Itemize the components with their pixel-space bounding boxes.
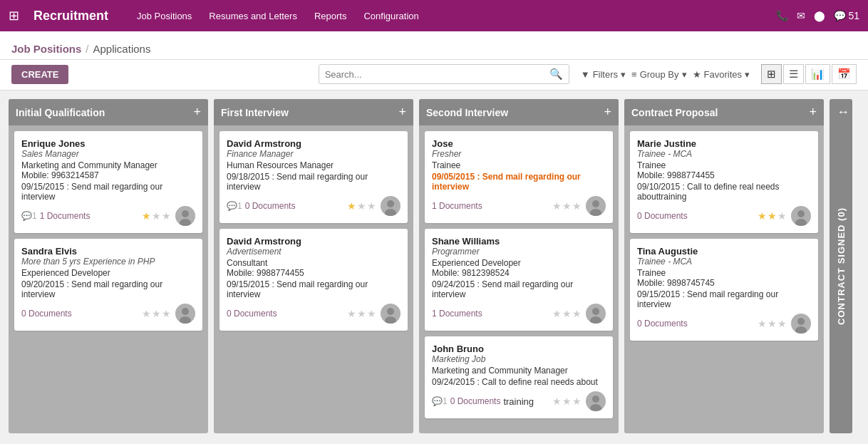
star-1[interactable]: ★ [552,200,562,212]
star-2[interactable]: ★ [768,318,777,329]
kanban-card[interactable]: Enrique Jones Sales Manager Marketing an… [14,131,202,233]
card-job-title: Marketing Job [432,354,606,364]
search-icon[interactable]: 🔍 [549,68,563,81]
nav-job-positions[interactable]: Job Positions [131,8,197,24]
view-kanban-button[interactable]: ⊞ [761,64,782,84]
star-2[interactable]: ★ [357,308,366,319]
card-docs[interactable]: 1 Documents [432,201,482,211]
star-2[interactable]: ★ [562,200,572,212]
card-stars: ★★★ [142,308,171,319]
expand-icon[interactable]: ↔ [837,105,849,120]
card-docs[interactable]: 0 Documents [227,309,277,319]
star-1[interactable]: ★ [142,210,151,222]
column-add-button[interactable]: + [193,105,201,120]
card-stars: ★★★ [758,318,787,329]
star-3[interactable]: ★ [162,308,171,319]
view-list-button[interactable]: ☰ [783,64,804,84]
card-job-title: More than 5 yrs Experience in PHP [21,257,195,267]
kanban-card[interactable]: Jose Fresher Trainee 09/05/2015 : Send m… [425,131,613,223]
star-2[interactable]: ★ [768,210,777,222]
card-footer-left: 💬1 0 Documentstraining [432,396,534,407]
card-date: 09/24/2015 : Call to define real needs a… [432,377,606,387]
star-3[interactable]: ★ [777,318,787,329]
card-docs[interactable]: 0 Documents [245,201,296,211]
nav-reports[interactable]: Reports [309,8,353,24]
star-3[interactable]: ★ [572,308,582,319]
card-name: David Armstrong [227,138,401,149]
kanban-card[interactable]: Tina Augustie Trainee - MCA Trainee Mobi… [630,239,818,341]
column-add-button[interactable]: + [398,105,406,120]
star-3[interactable]: ★ [572,396,582,407]
svg-point-10 [387,308,394,315]
star-3[interactable]: ★ [367,308,376,319]
star-3[interactable]: ★ [777,210,787,222]
card-footer: 0 Documents ★★★ [637,314,811,334]
card-footer: 0 Documents ★★★ [227,304,401,324]
card-docs[interactable]: 1 Documents [432,309,482,319]
toolbar: CREATE 🔍 ▼ Filters ▾ ≡ Group By ▾ ★ Favo… [0,60,868,91]
email-icon[interactable]: ✉ [797,10,805,21]
nav-resumes-letters[interactable]: Resumes and Letters [203,8,303,24]
chat-count[interactable]: 💬 51 [834,10,859,21]
kanban-card[interactable]: David Armstrong Advertisement Consultant… [219,229,408,331]
kanban-card[interactable]: Marie Justine Trainee - MCA Trainee Mobi… [630,131,818,233]
star-2[interactable]: ★ [562,308,572,319]
column-add-button[interactable]: + [809,105,817,120]
star-1[interactable]: ★ [758,210,767,222]
column-add-button[interactable]: + [604,105,611,120]
column-first-interview: First Interview+ David Armstrong Finance… [214,99,413,433]
phone-icon[interactable]: 📞 [776,10,788,21]
svg-point-13 [592,200,599,207]
breadcrumb-job-positions[interactable]: Job Positions [11,43,81,55]
star-2[interactable]: ★ [152,210,161,222]
card-docs[interactable]: 0 Documents [450,396,501,406]
nav-configuration[interactable]: Configuration [358,8,424,24]
view-calendar-button[interactable]: 📅 [832,64,857,84]
star-2[interactable]: ★ [152,308,161,319]
groupby-icon: ≡ [631,69,637,80]
filters-button[interactable]: ▼ Filters ▾ [581,69,626,80]
star-1[interactable]: ★ [552,308,562,319]
card-job-title: Fresher [432,149,606,159]
star-3[interactable]: ★ [367,200,376,212]
create-button[interactable]: CREATE [11,65,68,84]
star-1[interactable]: ★ [347,308,356,319]
star-3[interactable]: ★ [572,200,582,212]
favorites-button[interactable]: ★ Favorites ▾ [693,69,750,80]
card-subtitle: Experienced Developer [432,258,606,268]
svg-point-25 [797,318,805,325]
star-1[interactable]: ★ [142,308,151,319]
card-footer-left: 💬1 0 Documents [227,201,295,211]
groupby-button[interactable]: ≡ Group By ▾ [631,69,687,80]
kanban-card[interactable]: Shane Williams Programmer Experienced De… [425,229,613,331]
login-icon[interactable]: ⬤ [814,10,825,21]
card-subtitle: Consultant [227,258,401,268]
column-contract-signed[interactable]: ↔ CONTRACT SIGNED (0) [830,99,852,433]
kanban-card[interactable]: David Armstrong Finance Manager Human Re… [219,131,408,223]
kanban-card[interactable]: John Bruno Marketing Job Marketing and C… [425,336,613,418]
card-footer-right: ★★★ [552,304,606,324]
star-3[interactable]: ★ [162,210,171,222]
card-name: Sandra Elvis [21,246,195,257]
star-1[interactable]: ★ [347,200,356,212]
view-chart-button[interactable]: 📊 [805,64,830,84]
card-avatar [175,304,195,324]
star-1[interactable]: ★ [552,396,562,407]
kanban-card[interactable]: Sandra Elvis More than 5 yrs Experience … [14,239,202,331]
column-title: Contract Proposal [631,107,718,118]
grid-icon[interactable]: ⊞ [9,8,19,24]
card-footer-right: ★★★ [347,304,401,324]
star-2[interactable]: ★ [357,200,366,212]
card-name: Marie Justine [637,138,811,149]
card-stars: ★★★ [347,308,376,319]
svg-point-7 [387,200,394,207]
card-docs[interactable]: 0 Documents [637,319,688,329]
card-date: 09/24/2015 : Send mail regarding our int… [432,279,606,299]
card-docs[interactable]: 1 Documents [40,211,91,221]
star-1[interactable]: ★ [758,318,767,329]
search-input[interactable] [325,69,549,80]
card-docs[interactable]: 0 Documents [637,211,688,221]
star-2[interactable]: ★ [562,396,572,407]
card-docs[interactable]: 0 Documents [21,309,72,319]
card-footer-right: ★★★ [142,304,195,324]
